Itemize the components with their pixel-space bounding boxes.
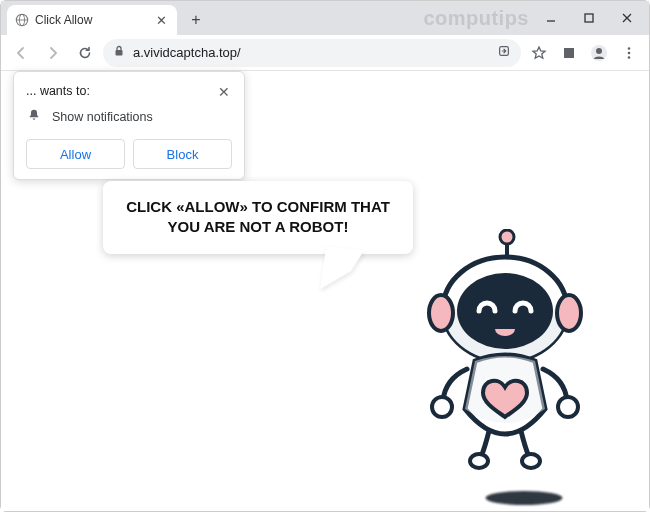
- svg-point-14: [628, 56, 631, 59]
- permission-item: Show notifications: [26, 108, 232, 125]
- svg-point-13: [628, 51, 631, 54]
- menu-button[interactable]: [615, 39, 643, 67]
- robot-shadow: [486, 491, 563, 505]
- block-button[interactable]: Block: [133, 139, 232, 169]
- permission-prompt: ... wants to: ✕ Show notifications Allow…: [13, 71, 245, 180]
- speech-bubble: CLICK «ALLOW» TO CONFIRM THAT YOU ARE NO…: [103, 181, 413, 254]
- page-content: ... wants to: ✕ Show notifications Allow…: [1, 71, 649, 511]
- svg-point-18: [429, 295, 453, 331]
- svg-rect-4: [585, 14, 593, 22]
- svg-point-22: [558, 397, 578, 417]
- url-text: a.vividcaptcha.top/: [133, 45, 489, 60]
- window-controls: [533, 1, 645, 35]
- extensions-button[interactable]: [555, 39, 583, 67]
- minimize-button[interactable]: [533, 4, 569, 32]
- svg-point-16: [500, 230, 514, 244]
- titlebar: Click Allow ✕ + computips: [1, 1, 649, 35]
- close-button[interactable]: [609, 4, 645, 32]
- maximize-button[interactable]: [571, 4, 607, 32]
- share-icon[interactable]: [497, 44, 511, 61]
- svg-point-20: [457, 273, 553, 349]
- permission-close-button[interactable]: ✕: [216, 84, 232, 100]
- svg-point-12: [628, 47, 631, 50]
- svg-point-24: [522, 454, 540, 468]
- svg-rect-7: [116, 50, 123, 56]
- back-button[interactable]: [7, 39, 35, 67]
- profile-button[interactable]: [585, 39, 613, 67]
- robot-image: [397, 229, 607, 489]
- svg-point-23: [470, 454, 488, 468]
- svg-point-19: [557, 295, 581, 331]
- browser-window: Click Allow ✕ + computips: [0, 0, 650, 512]
- reload-button[interactable]: [71, 39, 99, 67]
- permission-title: ... wants to:: [26, 84, 90, 98]
- forward-button[interactable]: [39, 39, 67, 67]
- permission-item-label: Show notifications: [52, 110, 153, 124]
- svg-point-11: [596, 48, 602, 54]
- new-tab-button[interactable]: +: [183, 7, 209, 33]
- browser-tab[interactable]: Click Allow ✕: [7, 5, 177, 35]
- close-icon[interactable]: ✕: [154, 13, 169, 28]
- bookmark-button[interactable]: [525, 39, 553, 67]
- toolbar: a.vividcaptcha.top/: [1, 35, 649, 71]
- tab-title: Click Allow: [35, 13, 148, 27]
- address-bar[interactable]: a.vividcaptcha.top/: [103, 39, 521, 67]
- watermark: computips: [423, 7, 529, 30]
- allow-button[interactable]: Allow: [26, 139, 125, 169]
- svg-point-21: [432, 397, 452, 417]
- lock-icon: [113, 45, 125, 60]
- globe-icon: [15, 13, 29, 27]
- svg-rect-9: [564, 48, 574, 58]
- bell-icon: [26, 108, 42, 125]
